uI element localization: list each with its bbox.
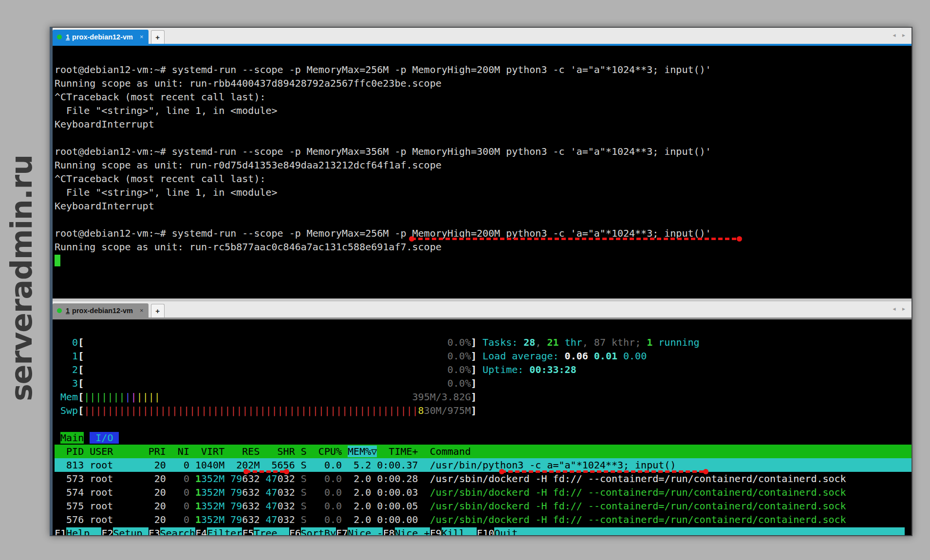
new-tab-button[interactable]: + (151, 304, 165, 317)
terminal-text-segment: 0:00.03 (371, 486, 418, 498)
terminal-text-segment: Mem (55, 391, 78, 403)
terminal-text-segment: ||||||||||||||||||||||||||||||||||||||||… (84, 405, 418, 416)
tab-bar-bottom: 1prox-debian12-vm × + ◂ ▸ (53, 301, 911, 319)
terminal-text-segment: 032 (278, 486, 295, 498)
terminal-text-segment: S (295, 500, 307, 512)
terminal-text-segment (477, 350, 483, 362)
fkey-button[interactable]: Nice - (348, 527, 383, 535)
terminal-text-segment: running (652, 336, 699, 348)
terminal-line: File "<string>", line 1, in <module> (55, 186, 911, 199)
terminal-text-segment: 47 (266, 486, 278, 498)
htop-row: 1[ 0.0%] Load average: 0.06 0.01 0.00 (55, 349, 911, 363)
terminal-text-segment: File "<string>", line 1, in <module> (55, 187, 278, 198)
fkey-button[interactable]: Nice + (395, 527, 430, 535)
fkey-button[interactable]: F4 (195, 527, 207, 535)
terminal-text-segment: 47 (266, 500, 278, 512)
fkey-button[interactable]: F3 (149, 527, 160, 535)
terminal-text-segment (224, 473, 230, 485)
fkey-button[interactable]: F8 (383, 527, 394, 535)
terminal-line: Running scope as unit: run-r0d75d41353e8… (55, 158, 911, 172)
tab-scroll-arrows[interactable]: ◂ ▸ (893, 32, 908, 38)
fkey-button[interactable]: Search (160, 527, 195, 535)
terminal-line: ^CTraceback (most recent call last): (55, 90, 911, 104)
htop-row: 2[ 0.0%] Uptime: 00:33:28 (55, 363, 911, 376)
terminal-text-segment (418, 514, 430, 525)
htop-terminal[interactable]: 0[ 0.0%] Tasks: 28, 21 thr, 87 kthr; 1 r… (53, 319, 911, 535)
fkey-button[interactable]: Help (66, 527, 101, 535)
terminal-line: File "<string>", line 1, in <module> (55, 104, 911, 117)
terminal-text-segment: Swp (55, 405, 78, 416)
terminal-text-segment: /usr/sbin/dockerd -H fd:// --containerd=… (430, 500, 846, 512)
new-tab-button[interactable]: + (151, 30, 165, 44)
tab-session-number: 1 (66, 307, 70, 315)
htop-row (55, 322, 911, 336)
terminal-text-segment (55, 432, 60, 444)
terminal-text-segment: ^CTraceback (most recent call last): (55, 173, 265, 185)
fkey-button[interactable]: F2 (101, 527, 113, 535)
terminal-text-segment: ] (471, 364, 477, 375)
terminal-text-segment: [ (78, 405, 84, 416)
htop-row: 574 root 20 0 1352M 79632 47032 S 0.0 2.… (55, 485, 911, 499)
fkey-button[interactable]: F9 (430, 527, 442, 535)
fkey-button[interactable]: F10 (477, 527, 494, 535)
htop-row: PID USER PRI NI VIRT RES SHR S CPU% MEM%… (55, 445, 911, 458)
fkey-button[interactable]: Kill (442, 527, 477, 535)
terminal-text-segment: ] (471, 405, 477, 416)
htop-tab-io[interactable]: I/O (90, 432, 119, 444)
close-icon[interactable]: × (140, 33, 144, 40)
terminal-text-segment: 632 (242, 486, 265, 498)
terminal-text-segment: S (295, 473, 307, 485)
terminal-text-segment: 0 (55, 336, 78, 348)
terminal-text-segment (84, 377, 447, 389)
terminal-text-segment: 0 (166, 473, 189, 485)
terminal-text-segment: ] (471, 336, 477, 348)
terminal-text-segment: 352M (201, 473, 224, 485)
terminal-text-segment: Tasks: (483, 336, 523, 348)
fkey-button[interactable]: F1 (55, 527, 66, 535)
terminal-text-segment (84, 336, 447, 348)
terminal-text-segment: KeyboardInterrupt (55, 200, 154, 212)
terminal-text-segment: 00:33:28 (529, 364, 576, 375)
fkey-button[interactable]: Quit (494, 527, 905, 535)
terminal-text-segment: 0.0% (447, 350, 471, 362)
fkey-button[interactable]: F6 (289, 527, 301, 535)
terminal-line: Running scope as unit: run-rbb4400437d89… (55, 76, 911, 90)
fkey-button[interactable]: F5 (242, 527, 254, 535)
fkey-button[interactable]: F7 (336, 527, 348, 535)
tab-prox-debian12-vm-bottom[interactable]: 1prox-debian12-vm × (53, 303, 149, 317)
tab-prox-debian12-vm-top[interactable]: 1prox-debian12-vm × (53, 30, 149, 44)
tab-scroll-arrows[interactable]: ◂ ▸ (893, 305, 908, 312)
terminal-text-segment: 47 (266, 514, 278, 525)
fkey-button[interactable]: Tree (254, 527, 289, 535)
terminal-text-segment: 79 (230, 500, 242, 512)
terminal-text-segment: TIME+ Command (377, 446, 471, 457)
terminal-text-segment: [ (78, 377, 84, 389)
terminal-text-segment: 2.0 (342, 486, 371, 498)
htop-row: 0[ 0.0%] Tasks: 28, 21 thr, 87 kthr; 1 r… (55, 336, 911, 349)
terminal-text-segment: /usr/sbin/dockerd -H fd:// --containerd=… (430, 514, 846, 525)
terminal-text-segment (418, 486, 430, 498)
terminal-text-segment: 0.0 (307, 486, 342, 498)
terminal-text-segment: 0:00.28 (371, 473, 418, 485)
terminal-text-segment: /usr/sbin/dockerd -H fd:// --containerd=… (430, 486, 846, 498)
terminal-text-segment: 0 (166, 486, 189, 498)
terminal-text-segment (189, 473, 195, 485)
terminal-output-top[interactable]: root@debian12-vm:~# systemd-run --scope … (53, 46, 911, 299)
fkey-button[interactable]: Setup (113, 527, 148, 535)
fkey-button[interactable]: Filter (207, 527, 242, 535)
fkey-button[interactable]: SortBy (301, 527, 336, 535)
terminal-text-segment: Uptime: (483, 364, 529, 375)
htop-tab-main[interactable]: Main (60, 432, 84, 444)
terminal-text-segment: Running scope as unit: run-rbb4400437d89… (55, 77, 442, 89)
terminal-text-segment: 47 (266, 473, 278, 485)
terminal-line (55, 213, 911, 226)
htop-row: Mem[||||||||||||| 395M/3.82G] (55, 390, 911, 404)
terminal-text-segment: S (295, 514, 307, 525)
close-icon[interactable]: × (140, 307, 144, 314)
terminal-text-segment: 2.0 (342, 500, 371, 512)
terminal-text-segment: 632 (242, 473, 265, 485)
terminal-text-segment (84, 364, 447, 375)
terminal-text-segment (189, 486, 195, 498)
terminal-text-segment (418, 500, 430, 512)
terminal-text-segment: 632 (242, 514, 265, 525)
